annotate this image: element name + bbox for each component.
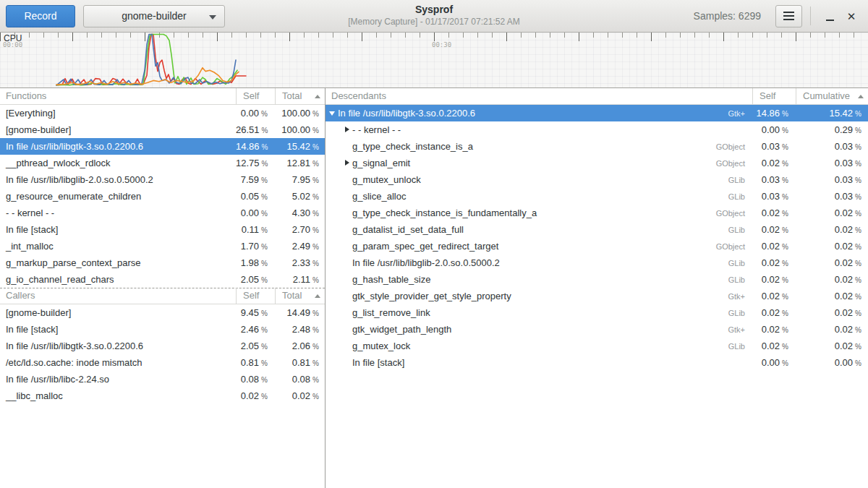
self-percent-cell: 0.81% bbox=[236, 357, 275, 368]
total-percent-cell: 0.02% bbox=[796, 324, 868, 335]
expander-spacer bbox=[343, 258, 352, 267]
descendants-cumulative-column-header[interactable]: Cumulative bbox=[796, 88, 868, 105]
descendant-name-cell: In file /usr/lib/libglib-2.0.so.0.5000.2… bbox=[326, 257, 752, 268]
time-tick-label-mid: 00:30 bbox=[432, 41, 451, 48]
expander-open-icon[interactable] bbox=[328, 108, 338, 118]
functions-table-row[interactable]: In file [stack]0.11%2.70% bbox=[0, 221, 325, 238]
chevron-down-icon bbox=[209, 15, 216, 20]
self-percent-cell: 0.02% bbox=[752, 241, 796, 252]
total-percent-cell: 0.02% bbox=[275, 390, 325, 401]
functions-table-row[interactable]: g_markup_parse_context_parse1.98%2.33% bbox=[0, 254, 325, 271]
function-name: g_io_channel_read_chars bbox=[0, 274, 236, 285]
total-percent-cell: 2.70% bbox=[275, 224, 325, 235]
self-percent-cell: 0.05% bbox=[236, 191, 275, 202]
functions-table-row[interactable]: [gnome-builder]26.51%100.00% bbox=[0, 121, 325, 138]
callers-self-column-header[interactable]: Self bbox=[236, 288, 275, 304]
self-percent-cell: 0.02% bbox=[752, 224, 796, 235]
self-percent-cell: 14.86% bbox=[236, 141, 275, 152]
self-percent-cell: 0.11% bbox=[236, 224, 275, 235]
expander-spacer bbox=[343, 241, 352, 251]
descendant-name: In file /usr/lib/libgtk-3.so.0.2200.6 bbox=[338, 108, 475, 119]
descendant-name: g_datalist_id_set_data_full bbox=[352, 224, 464, 235]
functions-table-row[interactable]: g_io_channel_read_chars2.05%2.11% bbox=[0, 271, 325, 288]
descendants-tree-row[interactable]: g_datalist_id_set_data_fullGLib0.02%0.02… bbox=[326, 221, 868, 238]
descendants-tree-row[interactable]: g_hash_table_sizeGLib0.02%0.02% bbox=[326, 271, 868, 288]
functions-column-header[interactable]: Functions bbox=[0, 88, 236, 105]
self-percent-cell: 0.00% bbox=[752, 124, 796, 135]
callers-table-row[interactable]: In file [stack]2.46%2.48% bbox=[0, 321, 325, 338]
app-menu-button[interactable] bbox=[775, 5, 802, 27]
sort-ascending-icon bbox=[315, 95, 320, 98]
descendants-tree-row[interactable]: g_signal_emitGObject0.02%0.03% bbox=[326, 155, 868, 171]
total-percent-cell: 0.02% bbox=[796, 224, 868, 235]
descendants-tree-row[interactable]: In file [stack]0.00%0.00% bbox=[326, 354, 868, 371]
descendant-name: g_type_check_instance_is_a bbox=[352, 141, 473, 152]
functions-table-row[interactable]: In file /usr/lib/libglib-2.0.so.0.5000.2… bbox=[0, 171, 325, 188]
descendant-name-cell: g_mutex_lockGLib bbox=[326, 341, 752, 351]
callers-total-column-header[interactable]: Total bbox=[275, 288, 325, 304]
callers-table-row[interactable]: In file /usr/lib/libc-2.24.so0.08%0.08% bbox=[0, 371, 325, 388]
self-percent-cell: 7.59% bbox=[236, 174, 275, 185]
self-percent-cell: 2.05% bbox=[236, 341, 275, 351]
total-percent-cell: 14.49% bbox=[275, 307, 325, 318]
functions-table: [Everything]0.00%100.00%[gnome-builder]2… bbox=[0, 105, 325, 288]
functions-table-row[interactable]: - - kernel - -0.00%4.30% bbox=[0, 205, 325, 221]
descendants-tree-row[interactable]: g_list_remove_linkGLib0.02%0.02% bbox=[326, 304, 868, 321]
functions-total-column-header[interactable]: Total bbox=[275, 88, 325, 105]
function-name: In file /usr/lib/libgtk-3.so.0.2200.6 bbox=[0, 141, 236, 152]
minimize-button[interactable] bbox=[819, 5, 841, 27]
descendants-self-column-header[interactable]: Self bbox=[752, 88, 796, 105]
descendants-tree-row[interactable]: - - kernel - -0.00%0.29% bbox=[326, 121, 868, 138]
library-tag-badge: GLib bbox=[728, 192, 752, 201]
expander-spacer bbox=[343, 341, 352, 351]
functions-table-row[interactable]: _int_malloc1.70%2.49% bbox=[0, 238, 325, 254]
record-button[interactable]: Record bbox=[6, 5, 75, 27]
expander-spacer bbox=[343, 175, 352, 184]
descendants-tree-row[interactable]: g_param_spec_get_redirect_targetGObject0… bbox=[326, 238, 868, 254]
library-tag-badge: Gtk+ bbox=[728, 292, 752, 301]
descendants-tree-row[interactable]: g_slice_allocGLib0.03%0.03% bbox=[326, 188, 868, 205]
descendant-name: gtk_style_provider_get_style_property bbox=[352, 291, 511, 301]
descendant-name-cell: g_hash_table_sizeGLib bbox=[326, 274, 752, 285]
total-percent-cell: 0.02% bbox=[796, 307, 868, 318]
total-percent-cell: 2.11% bbox=[275, 274, 325, 285]
library-tag-badge: GLib bbox=[728, 275, 752, 284]
descendants-tree-row[interactable]: In file /usr/lib/libgtk-3.so.0.2200.6Gtk… bbox=[326, 105, 868, 121]
functions-table-row[interactable]: In file /usr/lib/libgtk-3.so.0.2200.614.… bbox=[0, 138, 325, 155]
callers-table-row[interactable]: /etc/ld.so.cache: inode mismatch0.81%0.8… bbox=[0, 354, 325, 371]
self-percent-cell: 26.51% bbox=[236, 124, 275, 135]
expander-spacer bbox=[343, 308, 352, 317]
descendants-table-header: Descendants Self Cumulative bbox=[326, 88, 868, 105]
functions-table-row[interactable]: g_resource_enumerate_children0.05%5.02% bbox=[0, 188, 325, 205]
functions-table-row[interactable]: __pthread_rwlock_rdlock12.75%12.81% bbox=[0, 155, 325, 171]
descendants-tree-row[interactable]: gtk_widget_path_lengthGtk+0.02%0.02% bbox=[326, 321, 868, 338]
descendants-tree-row[interactable]: g_type_check_instance_is_aGObject0.03%0.… bbox=[326, 138, 868, 155]
target-process-dropdown[interactable]: gnome-builder bbox=[83, 5, 225, 27]
functions-self-column-header[interactable]: Self bbox=[236, 88, 275, 105]
function-name: __pthread_rwlock_rdlock bbox=[0, 158, 236, 168]
callers-table-row[interactable]: __libc_malloc0.02%0.02% bbox=[0, 388, 325, 404]
total-percent-cell: 0.03% bbox=[796, 158, 868, 168]
library-tag-badge: GObject bbox=[716, 209, 752, 218]
close-button[interactable]: ✕ bbox=[841, 5, 862, 27]
library-tag-badge: GLib bbox=[728, 342, 752, 351]
total-percent-cell: 15.42% bbox=[275, 141, 325, 152]
expander-closed-icon[interactable] bbox=[343, 158, 352, 168]
descendants-column-header[interactable]: Descendants bbox=[326, 88, 752, 105]
descendant-name: g_list_remove_link bbox=[352, 307, 430, 318]
close-icon: ✕ bbox=[847, 11, 856, 22]
callers-table-row[interactable]: [gnome-builder]9.45%14.49% bbox=[0, 304, 325, 321]
library-tag-badge: GLib bbox=[728, 309, 752, 317]
functions-table-row[interactable]: [Everything]0.00%100.00% bbox=[0, 105, 325, 121]
descendants-tree-row[interactable]: In file /usr/lib/libglib-2.0.so.0.5000.2… bbox=[326, 254, 868, 271]
self-percent-cell: 1.70% bbox=[236, 241, 275, 252]
descendants-tree-row[interactable]: gtk_style_provider_get_style_propertyGtk… bbox=[326, 288, 868, 304]
descendants-tree-row[interactable]: g_mutex_lockGLib0.02%0.02% bbox=[326, 338, 868, 354]
cpu-usage-graph[interactable]: CPU 00:00 00:30 bbox=[0, 33, 868, 88]
callers-column-header[interactable]: Callers bbox=[0, 288, 236, 304]
descendants-tree-row[interactable]: g_type_check_instance_is_fundamentally_a… bbox=[326, 205, 868, 221]
callers-table-row[interactable]: In file /usr/lib/libgtk-3.so.0.2200.62.0… bbox=[0, 338, 325, 354]
expander-closed-icon[interactable] bbox=[343, 125, 352, 134]
descendants-tree-row[interactable]: g_mutex_unlockGLib0.03%0.03% bbox=[326, 171, 868, 188]
self-percent-cell: 0.02% bbox=[752, 158, 796, 168]
